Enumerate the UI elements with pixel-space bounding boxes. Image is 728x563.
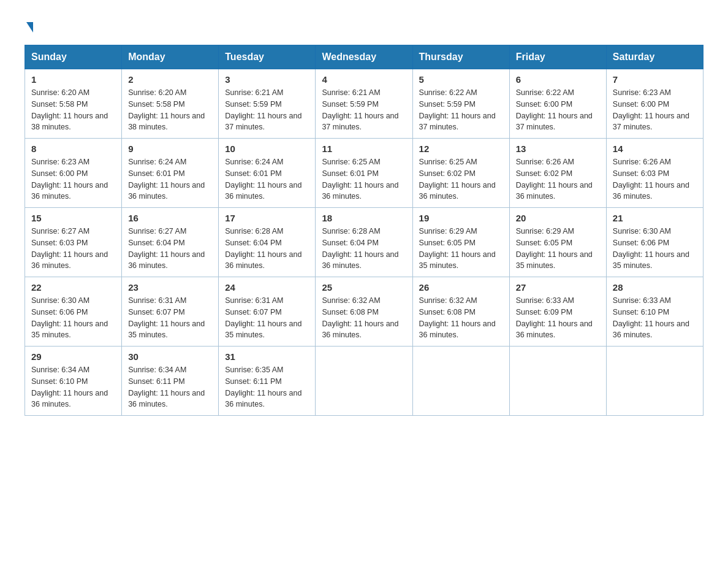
daylight-label: Daylight: 11 hours and 36 minutes.	[31, 250, 108, 270]
daylight-label: Daylight: 11 hours and 38 minutes.	[128, 112, 205, 132]
sunrise-label: Sunrise: 6:30 AM	[613, 227, 671, 236]
daylight-label: Daylight: 11 hours and 36 minutes.	[128, 181, 205, 201]
calendar-cell: 29 Sunrise: 6:34 AM Sunset: 6:10 PM Dayl…	[25, 347, 122, 416]
calendar-cell: 28 Sunrise: 6:33 AM Sunset: 6:10 PM Dayl…	[606, 277, 703, 347]
day-info: Sunrise: 6:28 AM Sunset: 6:04 PM Dayligh…	[225, 226, 309, 272]
calendar-cell	[316, 347, 412, 416]
day-number: 22	[31, 282, 115, 293]
calendar-cell: 10 Sunrise: 6:24 AM Sunset: 6:01 PM Dayl…	[219, 139, 316, 208]
calendar-cell: 12 Sunrise: 6:25 AM Sunset: 6:02 PM Dayl…	[412, 139, 509, 208]
calendar-cell: 30 Sunrise: 6:34 AM Sunset: 6:11 PM Dayl…	[122, 347, 219, 416]
daylight-label: Daylight: 11 hours and 36 minutes.	[31, 389, 108, 409]
day-info: Sunrise: 6:33 AM Sunset: 6:10 PM Dayligh…	[613, 295, 697, 341]
sunrise-label: Sunrise: 6:28 AM	[225, 227, 283, 236]
calendar-cell: 4 Sunrise: 6:21 AM Sunset: 5:59 PM Dayli…	[316, 69, 412, 139]
sunset-label: Sunset: 6:01 PM	[322, 169, 378, 178]
calendar-cell: 7 Sunrise: 6:23 AM Sunset: 6:00 PM Dayli…	[606, 69, 703, 139]
calendar-cell: 31 Sunrise: 6:35 AM Sunset: 6:11 PM Dayl…	[219, 347, 316, 416]
day-number: 29	[31, 351, 115, 362]
sunset-label: Sunset: 6:03 PM	[613, 169, 669, 178]
calendar-week-5: 29 Sunrise: 6:34 AM Sunset: 6:10 PM Dayl…	[25, 347, 703, 416]
sunrise-label: Sunrise: 6:20 AM	[31, 88, 89, 97]
header-tuesday: Tuesday	[219, 45, 316, 69]
daylight-label: Daylight: 11 hours and 36 minutes.	[322, 250, 398, 270]
day-info: Sunrise: 6:25 AM Sunset: 6:02 PM Dayligh…	[419, 156, 503, 202]
sunrise-label: Sunrise: 6:35 AM	[225, 366, 283, 374]
daylight-label: Daylight: 11 hours and 36 minutes.	[516, 181, 593, 201]
calendar-week-2: 8 Sunrise: 6:23 AM Sunset: 6:00 PM Dayli…	[25, 139, 703, 208]
day-number: 11	[322, 144, 406, 154]
day-number: 9	[128, 144, 212, 154]
day-number: 18	[322, 213, 406, 223]
sunset-label: Sunset: 6:01 PM	[128, 169, 184, 178]
sunset-label: Sunset: 6:02 PM	[516, 169, 572, 178]
sunset-label: Sunset: 6:04 PM	[322, 239, 378, 247]
sunrise-label: Sunrise: 6:23 AM	[613, 88, 671, 97]
calendar-cell: 27 Sunrise: 6:33 AM Sunset: 6:09 PM Dayl…	[509, 277, 606, 347]
calendar-cell: 2 Sunrise: 6:20 AM Sunset: 5:58 PM Dayli…	[122, 69, 219, 139]
day-number: 16	[128, 213, 212, 223]
header-sunday: Sunday	[25, 45, 122, 69]
day-info: Sunrise: 6:29 AM Sunset: 6:05 PM Dayligh…	[419, 226, 503, 272]
sunrise-label: Sunrise: 6:33 AM	[613, 296, 671, 305]
page-header	[25, 18, 703, 33]
day-number: 17	[225, 213, 309, 223]
sunrise-label: Sunrise: 6:33 AM	[516, 296, 574, 305]
day-number: 6	[516, 74, 600, 85]
day-number: 30	[128, 351, 212, 362]
daylight-label: Daylight: 11 hours and 38 minutes.	[31, 112, 108, 132]
sunrise-label: Sunrise: 6:21 AM	[322, 88, 380, 97]
daylight-label: Daylight: 11 hours and 36 minutes.	[322, 181, 398, 201]
sunrise-label: Sunrise: 6:32 AM	[322, 296, 380, 305]
calendar-cell: 1 Sunrise: 6:20 AM Sunset: 5:58 PM Dayli…	[25, 69, 122, 139]
daylight-label: Daylight: 11 hours and 37 minutes.	[516, 112, 593, 132]
sunset-label: Sunset: 5:58 PM	[128, 100, 184, 109]
sunrise-label: Sunrise: 6:29 AM	[419, 227, 477, 236]
calendar-cell: 13 Sunrise: 6:26 AM Sunset: 6:02 PM Dayl…	[509, 139, 606, 208]
calendar-cell: 24 Sunrise: 6:31 AM Sunset: 6:07 PM Dayl…	[219, 277, 316, 347]
sunset-label: Sunset: 6:03 PM	[31, 239, 88, 247]
day-number: 27	[516, 282, 600, 293]
day-info: Sunrise: 6:30 AM Sunset: 6:06 PM Dayligh…	[31, 295, 115, 341]
calendar-cell: 5 Sunrise: 6:22 AM Sunset: 5:59 PM Dayli…	[412, 69, 509, 139]
sunrise-label: Sunrise: 6:31 AM	[225, 296, 283, 305]
logo	[25, 18, 33, 33]
day-number: 24	[225, 282, 309, 293]
daylight-label: Daylight: 11 hours and 36 minutes.	[225, 181, 301, 201]
day-number: 14	[613, 144, 697, 154]
day-number: 2	[128, 74, 212, 85]
sunset-label: Sunset: 6:00 PM	[31, 169, 88, 178]
calendar-cell: 19 Sunrise: 6:29 AM Sunset: 6:05 PM Dayl…	[412, 208, 509, 277]
calendar-cell: 16 Sunrise: 6:27 AM Sunset: 6:04 PM Dayl…	[122, 208, 219, 277]
sunrise-label: Sunrise: 6:24 AM	[128, 158, 186, 166]
sunset-label: Sunset: 6:06 PM	[31, 308, 88, 316]
header-wednesday: Wednesday	[316, 45, 412, 69]
day-info: Sunrise: 6:24 AM Sunset: 6:01 PM Dayligh…	[128, 156, 212, 202]
sunset-label: Sunset: 6:04 PM	[128, 239, 184, 247]
calendar-cell: 14 Sunrise: 6:26 AM Sunset: 6:03 PM Dayl…	[606, 139, 703, 208]
daylight-label: Daylight: 11 hours and 35 minutes.	[128, 320, 205, 340]
calendar-cell: 23 Sunrise: 6:31 AM Sunset: 6:07 PM Dayl…	[122, 277, 219, 347]
daylight-label: Daylight: 11 hours and 35 minutes.	[613, 250, 689, 270]
calendar-body: 1 Sunrise: 6:20 AM Sunset: 5:58 PM Dayli…	[25, 69, 703, 416]
day-number: 13	[516, 144, 600, 154]
day-info: Sunrise: 6:20 AM Sunset: 5:58 PM Dayligh…	[31, 87, 115, 133]
calendar-table: Sunday Monday Tuesday Wednesday Thursday…	[25, 45, 703, 416]
daylight-label: Daylight: 11 hours and 36 minutes.	[322, 320, 398, 340]
calendar-cell	[606, 347, 703, 416]
daylight-label: Daylight: 11 hours and 35 minutes.	[225, 320, 301, 340]
day-number: 26	[419, 282, 503, 293]
sunset-label: Sunset: 6:10 PM	[613, 308, 669, 316]
sunrise-label: Sunrise: 6:20 AM	[128, 88, 186, 97]
calendar-cell: 21 Sunrise: 6:30 AM Sunset: 6:06 PM Dayl…	[606, 208, 703, 277]
day-number: 23	[128, 282, 212, 293]
sunset-label: Sunset: 6:08 PM	[322, 308, 378, 316]
sunrise-label: Sunrise: 6:34 AM	[31, 366, 89, 374]
sunrise-label: Sunrise: 6:29 AM	[516, 227, 574, 236]
sunrise-label: Sunrise: 6:27 AM	[31, 227, 89, 236]
day-number: 1	[31, 74, 115, 85]
daylight-label: Daylight: 11 hours and 35 minutes.	[419, 250, 496, 270]
day-info: Sunrise: 6:23 AM Sunset: 6:00 PM Dayligh…	[31, 156, 115, 202]
sunset-label: Sunset: 5:59 PM	[322, 100, 378, 109]
sunset-label: Sunset: 6:09 PM	[516, 308, 572, 316]
